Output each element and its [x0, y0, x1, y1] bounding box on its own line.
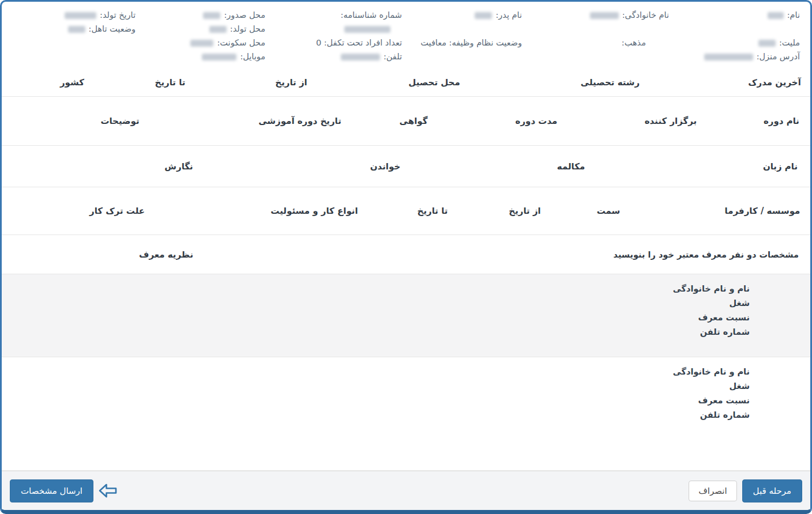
references-header: مشخصات دو نفر معرف معتبر خود را بنویسید … [2, 235, 810, 274]
field-mobile: موبایل: [202, 51, 265, 62]
field-name: نام: [768, 10, 800, 20]
field-military-status: وضعیت نظام وظیفه: معافیت [420, 37, 522, 48]
education-col-field-of-study: رشته تحصیلی [581, 77, 640, 88]
previous-step-button[interactable]: مرحله قبل [742, 479, 802, 502]
field-last-name: نام خانوادگی: [590, 10, 669, 20]
redacted-value [203, 12, 220, 19]
field-name-label: نام: [787, 10, 800, 20]
arrow-left-icon [99, 483, 117, 498]
field-religion: مذهب: [622, 37, 646, 48]
field-military-status-value: معافیت [420, 38, 446, 47]
references-opinion-header: نظریه معرف [139, 250, 193, 260]
field-birth-place: محل تولد: [209, 24, 265, 34]
field-national-id: شماره شناسنامه: [341, 10, 402, 20]
field-last-name-label: نام خانوادگی: [622, 10, 669, 20]
redacted-value [758, 40, 776, 47]
education-col-last-degree: آخرین مدرک [748, 77, 801, 88]
work-col-responsibilities: انواع کار و مسئولیت [270, 206, 358, 216]
field-mobile-label: موبایل: [240, 52, 265, 61]
courses-col-course-name: نام دوره [764, 116, 799, 126]
redacted-value [202, 54, 236, 61]
personal-info-section: نام: نام خانوادگی: نام پدر: شماره شناسنا… [2, 2, 810, 68]
work-col-leave-reason: علت ترک کار [89, 206, 145, 216]
field-dependents: تعداد افراد تحت تکفل: 0 [316, 37, 402, 48]
reference1-job-label: شغل [2, 296, 750, 311]
work-col-position: سمت [597, 206, 621, 216]
work-col-to-date: تا تاریخ [418, 206, 448, 216]
courses-col-organizer: برگزار کننده [645, 116, 697, 126]
redacted-value [475, 12, 492, 19]
send-details-button[interactable]: ارسال مشخصات [10, 479, 93, 502]
field-birth-place-label: محل تولد: [230, 24, 265, 33]
languages-col-reading: خواندن [370, 161, 400, 172]
redacted-value [344, 26, 390, 33]
courses-table-header: نام دوره برگزار کننده مدت دوره گواهی تار… [2, 97, 810, 145]
courses-col-certificate: گواهی [400, 116, 428, 126]
languages-table-header: نام زبان مکالمه خواندن نگارش [2, 146, 810, 187]
field-residence-place: محل سکونت: [190, 37, 265, 48]
redacted-value [704, 54, 753, 61]
field-birth-date: تاریخ تولد: [65, 10, 136, 20]
field-birth-date-label: تاریخ تولد: [100, 10, 136, 20]
redacted-value [341, 54, 380, 61]
education-col-study-place: محل تحصیل [408, 77, 460, 88]
field-marital-status-label: وضعیت تاهل: [89, 24, 136, 33]
field-home-address: آدرس منزل: [704, 51, 800, 62]
courses-col-duration: مدت دوره [516, 116, 558, 126]
field-marital-status: وضعیت تاهل: [68, 24, 136, 34]
field-father-name-label: نام پدر: [495, 10, 522, 20]
reference2-full-name-label: نام و نام خانوادگی [2, 365, 750, 379]
education-col-from-date: از تاریخ [275, 77, 307, 88]
work-table-header: موسسه / کارفرما سمت از تاریخ تا تاریخ ان… [2, 187, 810, 235]
languages-col-writing: نگارش [164, 161, 193, 172]
field-dependents-label: تعداد افراد تحت تکفل: [324, 38, 402, 47]
cancel-button[interactable]: انصراف [689, 481, 736, 501]
reference-block-1: نام و نام خانوادگی شغل نسبت معرف شماره ت… [2, 274, 810, 357]
field-national-id-label: شماره شناسنامه: [341, 10, 402, 20]
languages-col-conversation: مکالمه [557, 161, 585, 172]
reference-block-2: نام و نام خانوادگی شغل نسبت معرف شماره ت… [2, 357, 810, 470]
work-col-employer: موسسه / کارفرما [725, 206, 800, 216]
footer-actions: مرحله قبل انصراف ارسال مشخصات [2, 471, 810, 510]
reference1-relation-label: نسبت معرف [2, 311, 750, 325]
languages-col-language-name: نام زبان [763, 161, 798, 172]
field-home-address-label: آدرس منزل: [757, 52, 800, 61]
redacted-value [209, 26, 227, 33]
work-col-from-date: از تاریخ [509, 206, 540, 216]
application-form-page: نام: نام خانوادگی: نام پدر: شماره شناسنا… [0, 0, 812, 514]
field-phone-label: تلفن: [384, 52, 402, 61]
redacted-value [190, 40, 213, 47]
field-phone: تلفن: [341, 51, 402, 62]
field-nationality: ملیت: [758, 37, 800, 48]
field-issue-place: محل صدور: [203, 10, 265, 20]
footer-right-group: مرحله قبل انصراف [689, 479, 802, 502]
education-table-header: آخرین مدرک رشته تحصیلی محل تحصیل از تاری… [2, 68, 810, 96]
field-dependents-value: 0 [316, 38, 321, 47]
redacted-value [590, 12, 619, 19]
reference2-relation-label: نسبت معرف [2, 394, 750, 408]
redacted-value [768, 12, 784, 19]
reference1-phone-label: شماره تلفن [2, 325, 750, 339]
redacted-value [65, 12, 96, 19]
education-col-country: کشور [60, 77, 84, 88]
courses-col-notes: توضیحات [100, 116, 139, 126]
field-national-id-value [344, 24, 394, 34]
field-nationality-label: ملیت: [779, 38, 800, 47]
field-issue-place-label: محل صدور: [224, 10, 265, 20]
education-col-to-date: تا تاریخ [155, 77, 186, 88]
reference1-full-name-label: نام و نام خانوادگی [2, 282, 750, 296]
reference2-job-label: شغل [2, 379, 750, 394]
field-father-name: نام پدر: [475, 10, 522, 20]
field-religion-label: مذهب: [622, 38, 646, 47]
redacted-value [68, 26, 85, 33]
references-title: مشخصات دو نفر معرف معتبر خود را بنویسید [614, 250, 799, 259]
courses-col-course-date: تاریخ دوره آموزشی [258, 116, 341, 126]
reference2-phone-label: شماره تلفن [2, 408, 750, 422]
footer-left-group: ارسال مشخصات [10, 479, 117, 502]
field-residence-place-label: محل سکونت: [217, 38, 265, 47]
field-military-status-label: وضعیت نظام وظیفه: [449, 38, 522, 47]
